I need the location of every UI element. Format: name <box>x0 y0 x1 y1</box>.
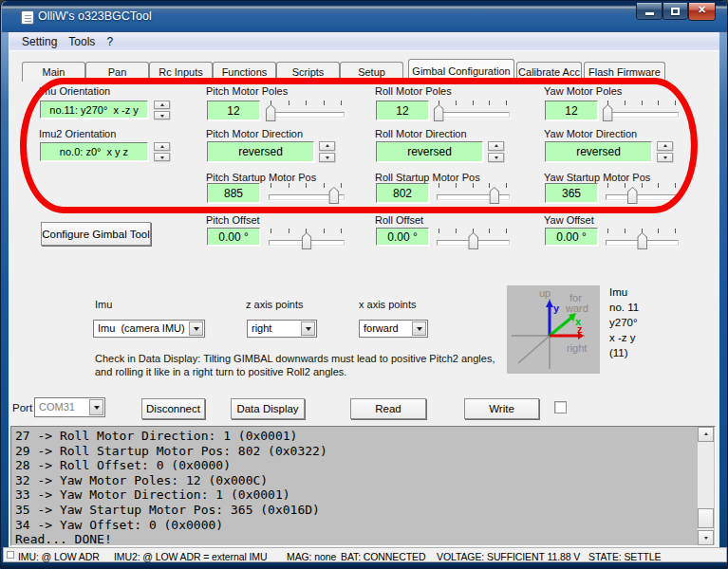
status-state: STATE: SETTLE <box>588 551 662 562</box>
svg-text:z: z <box>577 323 583 335</box>
pitch-offset-field[interactable]: 0.00 ° <box>207 228 260 246</box>
slider-thumb[interactable] <box>302 232 312 249</box>
z-axis-label: z axis points <box>246 299 304 310</box>
pitch-offset-label: Pitch Offset <box>206 214 260 226</box>
app-window: OlliW's o323BGCTool ✕ Setting Tools ? Ma… <box>0 0 728 569</box>
axis-diagram: up for ward right y x z <box>507 285 600 374</box>
x-axis-label: x axis points <box>359 299 417 310</box>
svg-text:ward: ward <box>565 303 588 314</box>
dropdown-arrow-icon[interactable] <box>189 321 203 336</box>
status-voltage: VOLTAGE: SUFFICIENT 11.88 V <box>437 551 580 562</box>
disconnect-button[interactable]: Disconnect <box>141 398 205 419</box>
check-note-line1: Check in Data Display: Tilting GIMBAL do… <box>95 353 495 366</box>
slider-thumb[interactable] <box>468 232 478 249</box>
console-scrollbar[interactable] <box>698 427 714 545</box>
maximize-icon <box>671 8 680 15</box>
yaw-offset-field[interactable]: 0.00 ° <box>545 228 598 246</box>
scroll-down-button[interactable] <box>698 530 714 545</box>
status-bar: IMU: @ LOW ADR IMU2: @ LOW ADR = externa… <box>3 547 727 562</box>
app-icon <box>21 10 34 25</box>
data-display-button[interactable]: Data Display <box>231 398 305 419</box>
menu-setting[interactable]: Setting <box>16 32 63 51</box>
status-bat: BAT: CONNECTED <box>341 551 425 562</box>
status-mag: MAG: none <box>287 551 336 562</box>
console-line: 35 -> Yaw Startup Motor Pos: 365 (0x016D… <box>15 503 320 518</box>
title-bar[interactable]: OlliW's o323BGCTool ✕ <box>2 1 727 32</box>
roll-offset-slider[interactable] <box>437 227 510 251</box>
console-line: 28 -> Roll Offset: 0 (0x0000) <box>15 458 231 473</box>
roll-offset-field[interactable]: 0.00 ° <box>376 228 429 246</box>
status-checkbox-icon <box>7 551 14 559</box>
imu-select-combo[interactable]: Imu (camera IMU) <box>93 320 205 338</box>
console-line: 29 -> Roll Startup Motor Pos: 802 (0x032… <box>15 444 327 459</box>
status-imu2: IMU2: @ LOW ADR = external IMU <box>114 551 267 562</box>
close-icon: ✕ <box>689 4 715 16</box>
port-combo[interactable]: COM31 <box>34 397 105 417</box>
svg-text:y: y <box>553 303 560 314</box>
console-line: 32 -> Yaw Motor Poles: 12 (0x000C) <box>15 473 268 488</box>
menu-help[interactable]: ? <box>101 32 119 51</box>
check-note-line2: and rolling it like in a right turn to p… <box>95 366 346 379</box>
red-annotation-oval <box>20 78 698 213</box>
maximize-button[interactable] <box>663 3 688 20</box>
console-line: 34 -> Yaw Offset: 0 (0x0000) <box>15 518 223 533</box>
dropdown-arrow-icon[interactable] <box>301 321 315 336</box>
console-output[interactable]: 27 -> Roll Motor Direction: 1 (0x0001) 2… <box>10 426 716 546</box>
dropdown-arrow-icon[interactable] <box>412 321 426 336</box>
menu-tools[interactable]: Tools <box>63 32 101 51</box>
yaw-offset-label: Yaw Offset <box>544 214 594 226</box>
console-line: 27 -> Roll Motor Direction: 1 (0x0001) <box>15 429 297 444</box>
console-line: Read... DONE! <box>15 532 112 547</box>
port-label: Port <box>12 402 32 413</box>
write-checkbox[interactable] <box>554 401 567 413</box>
imu-info-text: Imuno. 11y270°x -z y(11) <box>609 284 639 360</box>
roll-offset-label: Roll Offset <box>375 214 423 226</box>
status-imu: IMU: @ LOW ADR <box>18 551 100 562</box>
close-button[interactable]: ✕ <box>688 3 716 21</box>
read-button[interactable]: Read <box>350 398 426 419</box>
svg-text:up: up <box>539 287 551 299</box>
scroll-thumb[interactable] <box>698 508 714 528</box>
scroll-up-button[interactable] <box>698 427 714 442</box>
z-axis-combo[interactable]: right <box>247 320 317 338</box>
window-title: OlliW's o323BGCTool <box>38 9 152 23</box>
pitch-offset-slider[interactable] <box>269 227 345 251</box>
write-button[interactable]: Write <box>464 398 539 419</box>
menu-bar: Setting Tools ? <box>9 32 719 51</box>
configure-gimbal-tool-button[interactable]: Configure Gimbal Tool <box>41 222 151 246</box>
minimize-button[interactable] <box>636 3 663 20</box>
slider-thumb[interactable] <box>637 232 647 249</box>
svg-text:right: right <box>567 342 587 354</box>
imu-select-label: Imu <box>95 299 112 310</box>
minimize-icon <box>645 12 654 15</box>
x-axis-combo[interactable]: forward <box>359 320 428 338</box>
dropdown-arrow-icon[interactable] <box>89 399 103 415</box>
console-line: 33 -> Yaw Motor Direction: 1 (0x0001) <box>15 487 290 503</box>
yaw-offset-slider[interactable] <box>606 227 679 251</box>
